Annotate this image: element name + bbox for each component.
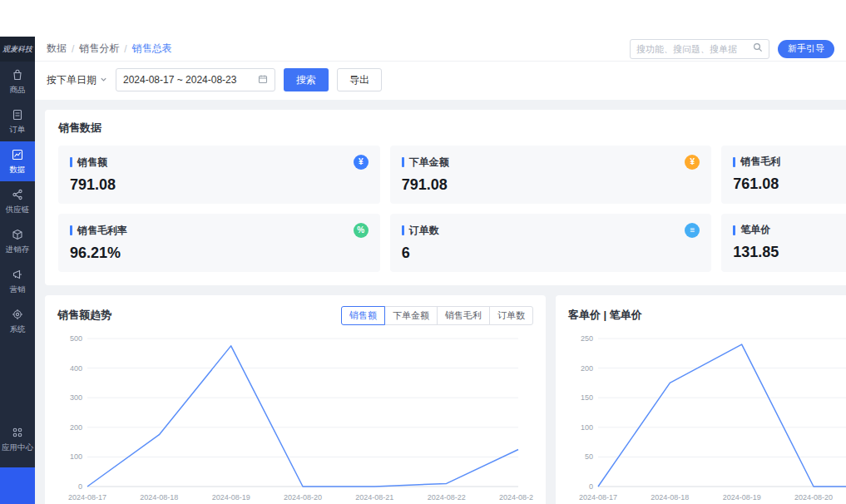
date-type-select[interactable]: 按下单日期 — [47, 73, 107, 87]
accent-bar — [402, 157, 404, 167]
calendar-icon — [258, 74, 268, 86]
brand-logo: 观麦科技 — [0, 37, 35, 62]
stat-label: 笔单价 — [740, 223, 770, 237]
price-per-order-line-chart: 0501001502002502024-08-172024-08-182024-… — [568, 330, 846, 504]
breadcrumb: 数据 / 销售分析 / 销售总表 — [47, 42, 172, 56]
svg-text:2024-08-21: 2024-08-21 — [355, 493, 393, 502]
export-button[interactable]: 导出 — [337, 68, 382, 91]
sidebar-item-data[interactable]: 数据 — [0, 141, 35, 181]
tab-order-count[interactable]: 订单数 — [489, 306, 533, 325]
sales-trend-card: 销售额趋势 销售额 下单金额 销售毛利 订单数 0100200300400500… — [45, 295, 546, 504]
accent-bar — [402, 225, 404, 235]
stat-label: 销售毛利 — [740, 155, 780, 169]
sidebar-item-marketing[interactable]: 营销 — [0, 261, 35, 301]
svg-text:2024-08-22: 2024-08-22 — [428, 493, 466, 502]
sidebar-item-orders[interactable]: 订单 — [0, 101, 35, 141]
svg-text:2024-08-17: 2024-08-17 — [68, 493, 106, 502]
top-blank-band — [0, 0, 846, 37]
stat-grid: 销售额 ¥ 791.08 下单金额 ¥ 791.08 — [58, 146, 846, 272]
stat-card-order-count: 订单数 ≡ 6 — [390, 214, 712, 272]
breadcrumb-item[interactable]: 数据 — [47, 42, 67, 56]
filter-bar: 按下单日期 2024-08-17 ~ 2024-08-23 搜索 导出 — [35, 62, 846, 100]
trend-metric-tabs: 销售额 下单金额 销售毛利 订单数 — [341, 306, 533, 325]
stat-value: 96.21% — [70, 245, 369, 262]
stat-value: 6 — [402, 245, 700, 262]
search-input[interactable] — [636, 44, 753, 54]
price-per-order-title: 客单价 | 笔单价 — [568, 308, 642, 323]
svg-text:2024-08-20: 2024-08-20 — [794, 493, 833, 502]
svg-text:0: 0 — [589, 482, 593, 491]
svg-text:500: 500 — [70, 334, 82, 343]
stat-card-sales-amount: 销售额 ¥ 791.08 — [58, 146, 380, 204]
sidebar-bottom-button[interactable] — [0, 467, 35, 504]
tab-sales-amount[interactable]: 销售额 — [341, 306, 385, 325]
stat-value: 761.08 — [733, 175, 846, 193]
marketing-icon — [11, 268, 24, 281]
supply-chain-icon — [11, 188, 24, 201]
svg-text:200: 200 — [581, 364, 593, 373]
sales-trend-line-chart: 01002003004005002024-08-172024-08-182024… — [57, 330, 533, 504]
sidebar-item-label: 系统 — [10, 324, 26, 334]
yen-icon: ¥ — [354, 155, 369, 170]
search-button[interactable]: 搜索 — [284, 68, 329, 91]
breadcrumb-item[interactable]: 销售分析 — [79, 42, 119, 56]
breadcrumb-separator: / — [124, 43, 126, 55]
svg-text:2024-08-23: 2024-08-23 — [499, 493, 533, 502]
stat-label: 销售额 — [77, 156, 107, 170]
top-bar: 数据 / 销售分析 / 销售总表 新手引导 — [35, 37, 846, 62]
stat-card-order-amount: 下单金额 ¥ 791.08 — [390, 146, 712, 204]
accent-bar — [70, 225, 72, 235]
date-type-label: 按下单日期 — [47, 73, 96, 87]
search-icon[interactable] — [753, 42, 763, 55]
sidebar-item-label: 订单 — [10, 124, 26, 135]
sidebar-item-label: 进销存 — [6, 244, 30, 254]
sales-data-card: 销售数据 销售额 ¥ 791.08 下单金额 — [45, 110, 846, 285]
stat-card-per-order-price: 笔单价 131.85 — [721, 214, 846, 272]
stat-value: 791.08 — [402, 176, 700, 194]
data-chart-icon — [11, 148, 24, 161]
sidebar-item-label: 商品 — [10, 84, 26, 95]
svg-text:2024-08-18: 2024-08-18 — [651, 493, 689, 502]
inventory-icon — [11, 228, 24, 241]
sidebar-item-system[interactable]: 系统 — [0, 301, 35, 341]
sidebar-item-label: 数据 — [10, 164, 26, 175]
stat-card-gross-margin: 销售毛利率 % 96.21% — [58, 214, 380, 272]
svg-text:2024-08-20: 2024-08-20 — [284, 493, 322, 502]
svg-text:0: 0 — [78, 482, 82, 491]
guide-button[interactable]: 新手引导 — [778, 40, 834, 58]
tab-gross-profit[interactable]: 销售毛利 — [437, 306, 490, 325]
breadcrumb-item-current: 销售总表 — [132, 42, 172, 56]
svg-text:400: 400 — [70, 364, 82, 373]
accent-bar — [733, 225, 735, 235]
stat-label: 下单金额 — [409, 156, 449, 170]
percent-icon: % — [354, 223, 369, 238]
sidebar-item-inventory[interactable]: 进销存 — [0, 221, 35, 261]
stat-card-gross-profit: 销售毛利 761.08 — [721, 146, 846, 204]
breadcrumb-separator: / — [72, 43, 74, 55]
stat-value: 131.85 — [733, 244, 846, 261]
svg-text:2024-08-18: 2024-08-18 — [140, 493, 178, 502]
system-gear-icon — [11, 308, 24, 321]
global-search-box[interactable] — [630, 39, 769, 59]
sales-trend-title: 销售额趋势 — [57, 308, 111, 323]
sidebar-item-supply-chain[interactable]: 供应链 — [0, 181, 35, 221]
stat-label: 订单数 — [409, 224, 439, 238]
sidebar-item-app-center[interactable]: 应用中心 — [0, 419, 35, 459]
sidebar-item-label: 应用中心 — [2, 442, 33, 452]
charts-row: 销售额趋势 销售额 下单金额 销售毛利 订单数 0100200300400500… — [45, 295, 846, 504]
accent-bar — [733, 157, 735, 167]
svg-text:2024-08-19: 2024-08-19 — [212, 493, 250, 502]
svg-text:100: 100 — [70, 452, 82, 461]
price-per-order-card: 客单价 | 笔单价 0501001502002502024-08-172024-… — [556, 295, 846, 504]
order-count-icon: ≡ — [685, 223, 700, 238]
sidebar-item-label: 供应链 — [6, 204, 30, 215]
stat-value: 791.08 — [70, 176, 369, 194]
stat-label: 销售毛利率 — [77, 224, 127, 238]
date-range-input[interactable]: 2024-08-17 ~ 2024-08-23 — [116, 68, 275, 91]
goods-icon — [11, 68, 24, 82]
svg-text:100: 100 — [581, 423, 593, 432]
sidebar-item-label: 营销 — [10, 284, 26, 294]
sidebar-item-goods[interactable]: 商品 — [0, 62, 35, 101]
orders-icon — [11, 108, 24, 121]
tab-order-amount[interactable]: 下单金额 — [384, 306, 438, 325]
